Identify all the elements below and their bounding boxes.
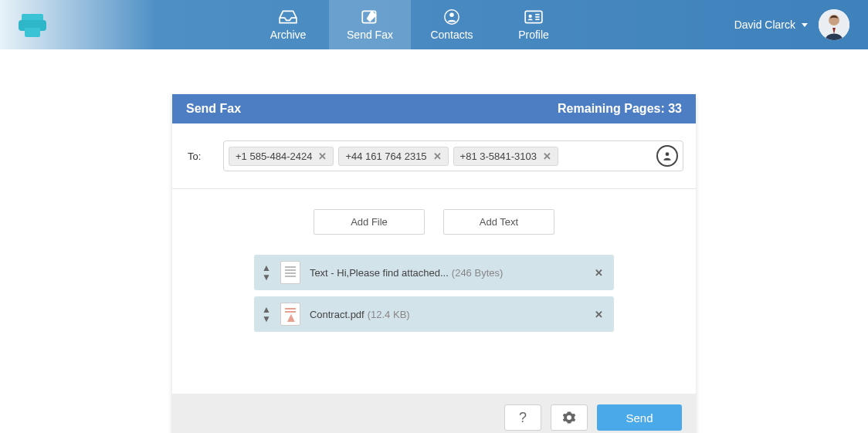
printer-logo-icon xyxy=(15,9,49,40)
add-buttons-row: Add File Add Text xyxy=(188,209,680,235)
user-name-dropdown[interactable]: David Clarck xyxy=(734,19,808,31)
attachment-size: (12.4 KB) xyxy=(368,309,410,320)
archive-tray-icon xyxy=(278,8,298,25)
recipient-number: +44 161 764 2315 xyxy=(345,151,426,162)
close-icon[interactable]: ✕ xyxy=(543,151,551,162)
nav-contacts-label: Contacts xyxy=(430,29,473,41)
attachment-label: Contract.pdf xyxy=(310,309,364,320)
nav-profile[interactable]: Profile xyxy=(493,0,575,49)
svg-rect-2 xyxy=(25,28,40,37)
nav-sendfax-label: Send Fax xyxy=(347,29,393,41)
nav-archive[interactable]: Archive xyxy=(247,0,329,49)
chevron-down-icon xyxy=(802,23,808,27)
attachment-item[interactable]: ▲▼ Contract.pdf (12.4 KB) ✕ xyxy=(254,296,614,332)
pdf-file-icon xyxy=(280,303,300,326)
recipient-number: +81 3-5841-3103 xyxy=(460,151,537,162)
panel-footer: ? Send xyxy=(172,394,696,433)
nav-contacts[interactable]: Contacts xyxy=(411,0,493,49)
contacts-icon xyxy=(442,8,462,25)
drag-handle-icon[interactable]: ▲▼ xyxy=(262,263,271,282)
remaining-pages: Remaining Pages: 33 xyxy=(558,102,682,116)
gear-icon xyxy=(562,411,576,425)
nav-sendfax[interactable]: Send Fax xyxy=(329,0,411,49)
person-icon xyxy=(662,151,673,161)
settings-button[interactable] xyxy=(551,404,588,431)
svg-point-13 xyxy=(666,152,670,156)
nav-archive-label: Archive xyxy=(270,29,307,41)
panel-title: Send Fax xyxy=(186,102,241,116)
svg-point-7 xyxy=(529,15,532,18)
add-file-button[interactable]: Add File xyxy=(314,209,425,235)
attachment-size: (246 Bytes) xyxy=(452,267,503,279)
send-fax-panel: Send Fax Remaining Pages: 33 To: +1 585-… xyxy=(172,94,696,433)
close-icon[interactable]: ✕ xyxy=(318,151,327,162)
close-icon[interactable]: ✕ xyxy=(595,267,603,279)
svg-point-5 xyxy=(449,13,454,18)
send-button[interactable]: Send xyxy=(597,404,682,431)
recipient-chip[interactable]: +81 3-5841-3103 ✕ xyxy=(453,147,558,166)
close-icon[interactable]: ✕ xyxy=(595,309,603,320)
drag-handle-icon[interactable]: ▲▼ xyxy=(262,305,271,323)
attachment-label: Text - Hi,Please find attached... xyxy=(310,267,449,279)
recipients-input[interactable]: +1 585-484-2424 ✕ +44 161 764 2315 ✕ +81… xyxy=(223,140,683,171)
user-menu[interactable]: David Clarck xyxy=(734,0,868,49)
recipient-chip[interactable]: +44 161 764 2315 ✕ xyxy=(338,147,448,166)
panel-body: Add File Add Text ▲▼ Text - Hi,Please fi… xyxy=(172,189,696,394)
avatar[interactable] xyxy=(819,9,849,40)
to-label: To: xyxy=(188,151,209,162)
attachment-item[interactable]: ▲▼ Text - Hi,Please find attached... (24… xyxy=(254,255,614,290)
close-icon[interactable]: ✕ xyxy=(433,151,442,162)
profile-card-icon xyxy=(524,8,544,25)
app-logo xyxy=(15,0,70,49)
recipient-number: +1 585-484-2424 xyxy=(236,151,312,162)
recipient-chip[interactable]: +1 585-484-2424 ✕ xyxy=(229,147,334,166)
add-text-button[interactable]: Add Text xyxy=(443,209,554,235)
panel-header: Send Fax Remaining Pages: 33 xyxy=(172,94,696,123)
avatar-image xyxy=(819,9,849,40)
top-bar: Archive Send Fax Contacts xyxy=(0,0,868,49)
main-nav: Archive Send Fax Contacts xyxy=(247,0,575,49)
attachment-list: ▲▼ Text - Hi,Please find attached... (24… xyxy=(254,255,614,332)
user-name-text: David Clarck xyxy=(734,19,795,31)
recipients-row: To: +1 585-484-2424 ✕ +44 161 764 2315 ✕… xyxy=(172,123,696,189)
compose-icon xyxy=(360,8,380,25)
nav-profile-label: Profile xyxy=(518,29,549,41)
text-file-icon xyxy=(280,261,300,284)
help-button[interactable]: ? xyxy=(504,404,541,431)
pick-contact-button[interactable] xyxy=(656,145,678,167)
